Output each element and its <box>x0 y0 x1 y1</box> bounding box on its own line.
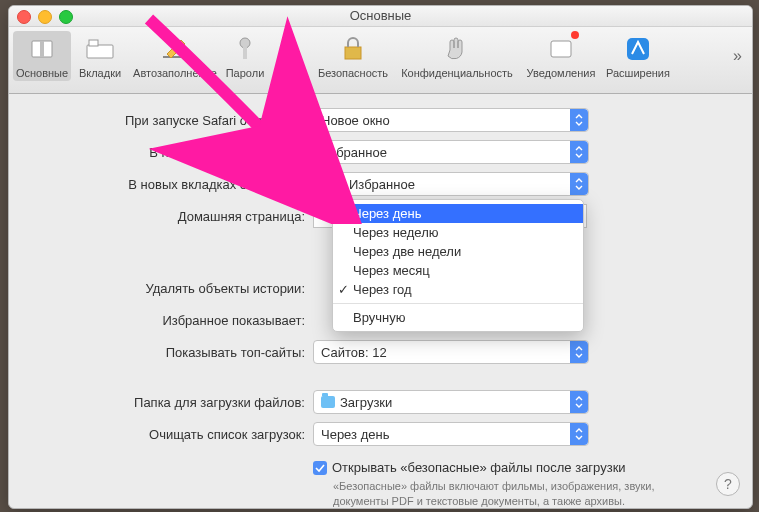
folder-icon <box>321 396 335 408</box>
downloads-folder-label: Папка для загрузки файлов: <box>59 395 313 410</box>
menu-item-month[interactable]: Через месяц <box>333 261 583 280</box>
tab-privacy[interactable]: Конфиденциальность <box>393 31 521 81</box>
svg-point-8 <box>282 40 296 54</box>
chevron-updown-icon <box>570 423 588 445</box>
menu-item-day[interactable]: Через день <box>333 204 583 223</box>
chevron-updown-icon <box>570 109 588 131</box>
menu-item-year[interactable]: ✓Через год <box>333 280 583 299</box>
svg-rect-11 <box>551 41 571 57</box>
svg-rect-4 <box>163 56 187 58</box>
notification-icon <box>545 33 577 65</box>
svg-rect-7 <box>243 47 247 59</box>
downloads-folder-select[interactable]: Загрузки <box>313 390 589 414</box>
chevron-updown-icon <box>570 341 588 363</box>
topsites-label: Показывать топ-сайты: <box>59 345 313 360</box>
safe-open-label: Открывать «безопасные» файлы после загру… <box>332 460 626 475</box>
search-icon <box>275 33 307 65</box>
new-tabs-select[interactable]: Избранное <box>313 172 589 196</box>
chevron-updown-icon <box>570 141 588 163</box>
launch-select[interactable]: Новое окно <box>313 108 589 132</box>
chevron-updown-icon <box>570 173 588 195</box>
svg-point-6 <box>240 38 250 48</box>
svg-rect-1 <box>40 41 44 57</box>
menu-item-week[interactable]: Через неделю <box>333 223 583 242</box>
history-retention-menu: Через день Через неделю Через две недели… <box>332 199 584 332</box>
menu-item-manual[interactable]: Вручную <box>333 308 583 327</box>
tab-general[interactable]: Основные <box>13 31 71 81</box>
svg-rect-10 <box>345 47 361 59</box>
titlebar: Основные <box>9 6 752 27</box>
chevron-updown-icon <box>570 391 588 413</box>
homepage-label: Домашняя страница: <box>59 209 313 224</box>
menu-separator <box>333 303 583 304</box>
window-title: Основные <box>350 8 412 23</box>
clear-downloads-select[interactable]: Через день <box>313 422 589 446</box>
check-icon: ✓ <box>338 282 349 297</box>
hand-icon <box>441 33 473 65</box>
minimize-window-button[interactable] <box>38 10 52 24</box>
extensions-icon <box>622 33 654 65</box>
toolbar-overflow-button[interactable]: » <box>733 47 742 65</box>
safe-open-checkbox[interactable] <box>313 461 327 475</box>
safe-open-hint: «Безопасные» файлы включают фильмы, изоб… <box>333 479 713 509</box>
new-windows-label: В новых окнах открывать: <box>59 145 313 160</box>
tab-search[interactable]: Поиск <box>269 31 313 81</box>
zoom-window-button[interactable] <box>59 10 73 24</box>
clear-downloads-label: Очищать список загрузок: <box>59 427 313 442</box>
launch-label: При запуске Safari открывать: <box>59 113 313 128</box>
tab-tabs[interactable]: Вкладки <box>71 31 129 81</box>
window-controls <box>17 10 73 24</box>
remove-history-label: Удалять объекты истории: <box>59 281 313 296</box>
svg-rect-2 <box>87 45 113 58</box>
lock-icon <box>337 33 369 65</box>
tab-passwords[interactable]: Пароли <box>221 31 269 81</box>
svg-rect-3 <box>89 40 98 46</box>
tabs-icon <box>84 33 116 65</box>
menu-item-two-weeks[interactable]: Через две недели <box>333 242 583 261</box>
svg-marker-5 <box>167 40 185 58</box>
new-tabs-label: В новых вкладках открывать: <box>59 177 313 192</box>
tab-security[interactable]: Безопасность <box>313 31 393 81</box>
new-windows-select[interactable]: Избранное <box>313 140 589 164</box>
key-icon <box>229 33 261 65</box>
prefs-toolbar: Основные Вкладки Автозаполнение Пароли П… <box>9 27 752 94</box>
tab-extensions[interactable]: Расширения <box>601 31 675 81</box>
help-button[interactable]: ? <box>716 472 740 496</box>
pencil-icon <box>159 33 191 65</box>
svg-line-9 <box>294 52 300 58</box>
tab-notifications[interactable]: Уведомления <box>521 31 601 81</box>
favorites-label: Избранное показывает: <box>59 313 313 328</box>
close-window-button[interactable] <box>17 10 31 24</box>
topsites-select[interactable]: Сайтов: 12 <box>313 340 589 364</box>
tab-autofill[interactable]: Автозаполнение <box>129 31 221 81</box>
general-icon <box>26 33 58 65</box>
preferences-window: Основные Основные Вкладки Автозаполнение… <box>8 5 753 509</box>
